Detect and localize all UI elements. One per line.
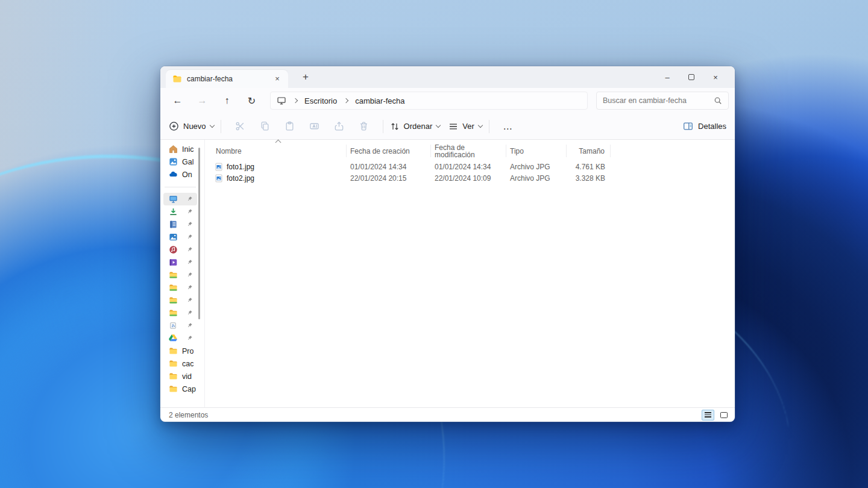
search-icon xyxy=(714,96,722,105)
pin-icon xyxy=(186,322,193,329)
downloads-icon xyxy=(169,207,178,216)
file-explorer-window: cambiar-fecha × + – × ← → ↑ ↻ Escritorio xyxy=(160,66,735,422)
large-icons-view-toggle[interactable] xyxy=(717,410,730,421)
search-box xyxy=(596,92,729,110)
breadcrumb[interactable]: Escritorio cambiar-fecha xyxy=(270,92,588,110)
chevron-down-icon xyxy=(478,122,483,127)
column-header-row: Nombre Fecha de creación Fecha de modifi… xyxy=(205,145,735,157)
tab-title: cambiar-fecha xyxy=(187,75,267,83)
documents-icon xyxy=(169,220,178,229)
breadcrumb-item-cambiar-fecha[interactable]: cambiar-fecha xyxy=(355,96,404,105)
pin-icon xyxy=(186,221,193,228)
videos-icon xyxy=(169,258,178,267)
file-list: Nombre Fecha de creación Fecha de modifi… xyxy=(205,140,735,407)
breadcrumb-chevron-icon xyxy=(344,98,348,103)
view-button-label: Ver xyxy=(462,122,474,131)
command-toolbar: Nuevo xyxy=(160,113,735,140)
sidebar-item-cap[interactable]: Cap xyxy=(160,383,204,395)
sidebar-item-cac[interactable]: cac xyxy=(160,357,204,370)
column-header-tamano[interactable]: Tamaño xyxy=(567,145,611,157)
sidebar-item-label: Pro xyxy=(182,347,193,355)
new-button[interactable]: Nuevo xyxy=(169,121,214,131)
home-icon xyxy=(169,145,178,154)
folder-icon xyxy=(169,346,178,355)
sidebar-item-papelera[interactable] xyxy=(160,319,204,332)
content-area: Inic Gal On xyxy=(160,140,735,407)
rename-button[interactable] xyxy=(302,121,327,131)
minimize-button[interactable]: – xyxy=(655,73,679,82)
details-pane-icon xyxy=(683,121,693,131)
sidebar-item-vid[interactable]: vid xyxy=(160,370,204,383)
sidebar-item-label: Cap xyxy=(182,385,196,393)
sidebar-scrollbar[interactable] xyxy=(198,148,200,319)
back-button[interactable]: ← xyxy=(165,95,190,106)
new-button-label: Nuevo xyxy=(183,122,206,131)
file-type: Archivo JPG xyxy=(506,174,567,183)
cut-button[interactable] xyxy=(228,121,253,131)
sidebar-item-pro[interactable]: Pro xyxy=(160,345,204,357)
status-bar: 2 elementos xyxy=(160,407,735,422)
copy-button[interactable] xyxy=(253,121,277,131)
details-view-icon xyxy=(705,412,711,418)
navigation-bar: ← → ↑ ↻ Escritorio cambiar-fecha xyxy=(160,88,735,113)
jpg-file-icon xyxy=(215,174,223,183)
file-size: 3.328 KB xyxy=(567,174,611,183)
forward-button[interactable]: → xyxy=(190,95,215,106)
desktop-icon xyxy=(169,195,178,204)
tab-close-icon[interactable]: × xyxy=(272,74,283,84)
close-button[interactable]: × xyxy=(703,73,728,82)
table-row[interactable]: foto2.jpg 22/01/2024 20:15 22/01/2024 10… xyxy=(205,172,735,184)
folder-icon xyxy=(172,74,182,84)
breadcrumb-item-escritorio[interactable]: Escritorio xyxy=(304,96,337,105)
file-name: foto2.jpg xyxy=(227,174,254,183)
sidebar-item-label: vid xyxy=(182,372,192,381)
plus-circle-icon xyxy=(169,121,179,131)
share-button[interactable] xyxy=(327,121,351,131)
refresh-button[interactable]: ↻ xyxy=(239,95,264,107)
new-tab-button[interactable]: + xyxy=(298,71,313,83)
breadcrumb-chevron-icon xyxy=(293,98,298,103)
sidebar-item-escritorio[interactable] xyxy=(163,193,197,205)
maximize-button[interactable] xyxy=(679,74,703,80)
onedrive-icon xyxy=(169,170,178,179)
column-header-fecha-modificacion[interactable]: Fecha de modificación xyxy=(431,145,506,157)
delete-button[interactable] xyxy=(351,121,376,131)
table-row[interactable]: foto1.jpg 01/01/2024 14:34 01/01/2024 14… xyxy=(205,161,735,172)
column-header-nombre[interactable]: Nombre xyxy=(205,145,347,157)
recycle-bin-icon xyxy=(169,321,178,330)
toolbar-divider xyxy=(383,120,383,133)
details-pane-button[interactable]: Detalles xyxy=(683,121,726,131)
folder-icon xyxy=(169,283,178,292)
title-bar: cambiar-fecha × + – × xyxy=(160,66,735,88)
wallpaper-tint xyxy=(0,0,145,488)
details-view-toggle[interactable] xyxy=(702,410,714,421)
google-drive-icon xyxy=(169,334,178,343)
pin-icon xyxy=(186,234,193,240)
pin-icon xyxy=(186,208,193,215)
window-controls: – × xyxy=(655,66,728,88)
view-lines-icon xyxy=(448,122,458,131)
pin-icon xyxy=(186,284,193,291)
column-header-tipo[interactable]: Tipo xyxy=(506,145,567,157)
more-options-button[interactable]: … xyxy=(496,121,520,132)
up-button[interactable]: ↑ xyxy=(215,95,239,106)
column-header-fecha-creacion[interactable]: Fecha de creación xyxy=(347,145,431,157)
maximize-icon xyxy=(688,74,694,80)
sidebar-item-google-drive[interactable] xyxy=(160,332,204,345)
navigation-pane: Inic Gal On xyxy=(160,140,205,407)
toolbar-divider xyxy=(221,120,221,133)
pictures-icon xyxy=(169,233,178,242)
pin-icon xyxy=(186,335,193,342)
paste-button[interactable] xyxy=(277,121,302,131)
sort-button[interactable]: Ordenar xyxy=(390,122,441,131)
view-button[interactable]: Ver xyxy=(448,122,482,131)
view-toggles xyxy=(702,410,730,421)
pin-icon xyxy=(186,297,193,304)
sort-arrows-icon xyxy=(390,122,400,131)
toolbar-divider xyxy=(489,120,489,133)
file-size: 4.761 KB xyxy=(567,163,611,171)
search-input[interactable] xyxy=(603,96,714,105)
explorer-tab[interactable]: cambiar-fecha × xyxy=(166,70,288,88)
chevron-down-icon xyxy=(436,122,441,127)
sidebar-item-label: Inic xyxy=(182,145,193,154)
